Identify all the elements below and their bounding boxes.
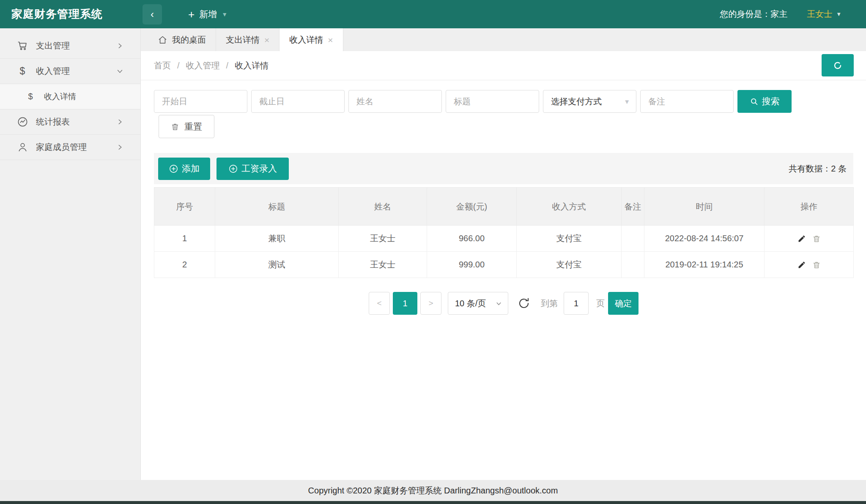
- current-page-button[interactable]: 1: [393, 292, 417, 315]
- remark-input[interactable]: [640, 90, 734, 113]
- search-button-label: 搜索: [762, 95, 780, 107]
- reset-button[interactable]: 重置: [159, 115, 214, 138]
- app-title: 家庭财务管理系统: [0, 7, 141, 22]
- close-icon[interactable]: ×: [264, 35, 269, 44]
- table-row: 1 兼职 王女士 966.00 支付宝 2022-08-24 14:56:07: [154, 226, 854, 252]
- dollar-icon: $: [16, 65, 29, 77]
- salary-entry-button-label: 工资录入: [241, 163, 277, 174]
- plus-circle-icon: [228, 164, 238, 174]
- search-button[interactable]: 搜索: [737, 90, 792, 113]
- start-date-input[interactable]: [154, 90, 247, 113]
- close-icon[interactable]: ×: [328, 35, 333, 44]
- sidebar-item-income-detail[interactable]: $ 收入详情: [0, 84, 140, 109]
- sidebar-collapse-button[interactable]: ‹: [143, 4, 162, 25]
- username-dropdown[interactable]: 王女士: [807, 8, 832, 20]
- salary-entry-button[interactable]: 工资录入: [216, 158, 289, 180]
- table-row: 2 测试 王女士 999.00 支付宝 2019-02-11 19:14:25: [154, 252, 854, 278]
- title-input[interactable]: [446, 90, 539, 113]
- cell-actions: [765, 252, 854, 278]
- goto-page-input[interactable]: [564, 292, 589, 315]
- cell-time: 2019-02-11 19:14:25: [644, 252, 765, 278]
- sidebar: 支出管理 $ 收入管理 $ 收入详情 统计报表 家庭成员管理: [0, 28, 141, 480]
- cell-time: 2022-08-24 14:56:07: [644, 226, 765, 252]
- breadcrumb-section[interactable]: 收入管理: [186, 60, 220, 71]
- tab-label: 我的桌面: [172, 34, 206, 46]
- window-bottom-edge: [0, 501, 866, 504]
- table-toolbar: 添加 工资录入 共有数据：2 条: [154, 153, 853, 184]
- chevron-down-icon: [496, 300, 502, 307]
- reset-button-label: 重置: [184, 121, 202, 133]
- confirm-page-button[interactable]: 确定: [608, 292, 639, 315]
- cell-method: 支付宝: [517, 226, 622, 252]
- dollar-icon: $: [24, 92, 37, 101]
- filter-actions-row: 重置: [154, 115, 853, 138]
- cart-icon: [16, 40, 29, 52]
- cell-remark: [622, 252, 644, 278]
- add-button[interactable]: 添加: [158, 158, 210, 180]
- tab-label: 支出详情: [226, 34, 260, 46]
- cell-amount: 966.00: [427, 226, 517, 252]
- tab-bar: 我的桌面 支出详情 × 收入详情 ×: [141, 28, 866, 51]
- tab-label: 收入详情: [289, 34, 323, 46]
- footer: Copyright ©2020 家庭财务管理系统 DarlingZhangsh@…: [0, 480, 866, 501]
- delete-icon[interactable]: [812, 234, 821, 243]
- sidebar-item-income[interactable]: $ 收入管理: [0, 59, 140, 84]
- pagination: < 1 > 10 条/页 到第 页 确定: [154, 292, 853, 315]
- edit-icon[interactable]: [797, 234, 806, 243]
- end-date-input[interactable]: [251, 90, 345, 113]
- app-header: 家庭财务管理系统 ‹ + 新增 ▼ 您的身份是：家主 王女士 ▼: [0, 0, 866, 28]
- table-header-row: 序号 标题 姓名 金额(元) 收入方式 备注 时间 操作: [154, 188, 854, 226]
- chevron-down-icon: [116, 68, 123, 75]
- breadcrumb-home[interactable]: 首页: [154, 60, 171, 71]
- pagination-refresh-icon[interactable]: [518, 297, 530, 310]
- tab-my-desktop[interactable]: 我的桌面: [148, 28, 216, 51]
- goto-page-label: 到第: [541, 298, 558, 309]
- refresh-icon: [833, 60, 843, 71]
- page-size-select[interactable]: 10 条/页: [448, 292, 508, 315]
- prev-page-button[interactable]: <: [369, 292, 390, 315]
- cell-name: 王女士: [339, 252, 427, 278]
- user-icon: [16, 142, 29, 153]
- next-page-button[interactable]: >: [420, 292, 441, 315]
- column-header-title: 标题: [215, 188, 339, 226]
- page-refresh-button[interactable]: [822, 54, 854, 76]
- tab-income-detail[interactable]: 收入详情 ×: [280, 28, 343, 51]
- caret-down-icon: ▼: [222, 11, 227, 18]
- name-input[interactable]: [348, 90, 442, 113]
- sidebar-item-family-members[interactable]: 家庭成员管理: [0, 135, 140, 160]
- cell-title: 兼职: [215, 226, 339, 252]
- home-icon: [158, 35, 167, 45]
- column-header-method: 收入方式: [517, 188, 622, 226]
- edit-icon[interactable]: [797, 261, 806, 269]
- header-user-area: 您的身份是：家主 王女士 ▼: [720, 8, 866, 20]
- caret-down-icon: ▼: [624, 98, 630, 105]
- pay-method-select[interactable]: 选择支付方式 ▼: [543, 90, 636, 113]
- copyright-text: Copyright ©2020 家庭财务管理系统 DarlingZhangsh@…: [308, 485, 558, 496]
- chevron-right-icon: [116, 42, 123, 49]
- sidebar-item-reports[interactable]: 统计报表: [0, 109, 140, 135]
- cell-name: 王女士: [339, 226, 427, 252]
- chevron-left-icon: ‹: [151, 8, 154, 20]
- cell-no: 1: [154, 226, 215, 252]
- column-header-remark: 备注: [622, 188, 644, 226]
- column-header-time: 时间: [644, 188, 765, 226]
- cell-amount: 999.00: [427, 252, 517, 278]
- tab-expense-detail[interactable]: 支出详情 ×: [216, 28, 280, 51]
- cell-no: 2: [154, 252, 215, 278]
- add-new-label: 新增: [199, 8, 217, 20]
- identity-label: 您的身份是：家主: [720, 8, 787, 20]
- cell-method: 支付宝: [517, 252, 622, 278]
- page-unit-label: 页: [596, 298, 605, 309]
- caret-down-icon[interactable]: ▼: [836, 11, 841, 17]
- add-button-label: 添加: [182, 163, 200, 174]
- sidebar-item-expense[interactable]: 支出管理: [0, 33, 140, 59]
- breadcrumb-separator: /: [226, 61, 229, 71]
- page-size-value: 10 条/页: [455, 298, 486, 309]
- delete-icon[interactable]: [812, 261, 821, 269]
- add-new-dropdown[interactable]: + 新增 ▼: [188, 8, 227, 20]
- sidebar-item-label: 收入管理: [36, 65, 116, 77]
- plus-circle-icon: [169, 164, 178, 174]
- chevron-right-icon: [116, 144, 123, 151]
- breadcrumb-current: 收入详情: [235, 60, 269, 71]
- pay-method-select-value: 选择支付方式: [551, 96, 602, 107]
